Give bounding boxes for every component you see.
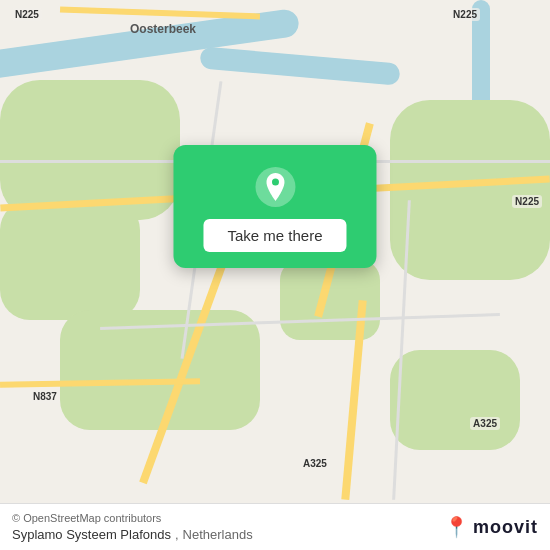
road-label-n225-tl: N225: [12, 8, 42, 21]
green-3: [390, 100, 550, 280]
green-4: [60, 310, 260, 430]
city-label-oosterbeek: Oosterbeek: [130, 22, 196, 36]
road-label-n225-r: N225: [512, 195, 542, 208]
bottom-bar-left: © OpenStreetMap contributors Syplamo Sys…: [12, 512, 253, 542]
location-name: Syplamo Systeem Plafonds: [12, 527, 171, 542]
popup-card: Take me there: [173, 145, 376, 268]
svg-point-1: [271, 178, 278, 185]
moovit-brand-name: moovit: [473, 517, 538, 538]
bottom-bar: © OpenStreetMap contributors Syplamo Sys…: [0, 503, 550, 550]
green-5: [390, 350, 520, 450]
green-2: [0, 200, 140, 320]
map-container: Oosterbeek N225 N225 N225 N837 A325 A325…: [0, 0, 550, 550]
road-label-a325-right: A325: [470, 417, 500, 430]
copyright-text: © OpenStreetMap contributors: [12, 512, 253, 524]
road-label-n225-tr: N225: [450, 8, 480, 21]
moovit-pin-icon: 📍: [444, 515, 469, 539]
location-pin-icon: [253, 165, 297, 209]
location-country: Netherlands: [183, 527, 253, 542]
location-country-separator: ,: [175, 527, 179, 542]
road-label-n837: N837: [30, 390, 60, 403]
moovit-brand: 📍 moovit: [444, 515, 538, 539]
take-me-there-button[interactable]: Take me there: [203, 219, 346, 252]
road-label-a325-bottom: A325: [300, 457, 330, 470]
